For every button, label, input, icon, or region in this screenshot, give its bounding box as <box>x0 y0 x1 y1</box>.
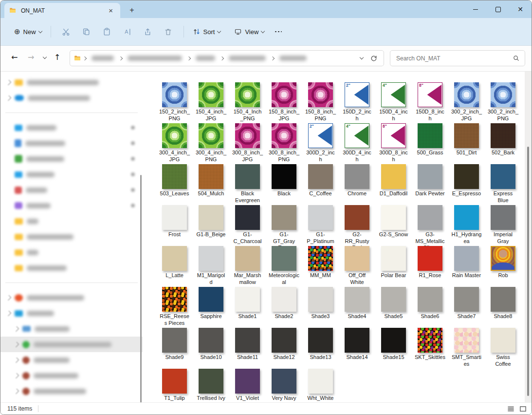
file-item[interactable]: T1_Tulip <box>156 369 193 403</box>
sidebar-item[interactable] <box>0 368 143 383</box>
sidebar-item[interactable] <box>0 321 143 337</box>
chevron-expand-icon[interactable] <box>14 357 19 362</box>
file-item[interactable]: 2"300D_2_inch <box>302 123 339 164</box>
sidebar-item[interactable] <box>0 352 143 368</box>
file-item[interactable]: 500_Grass <box>412 123 448 164</box>
breadcrumb-segment-redacted[interactable] <box>196 56 215 61</box>
sidebar-item[interactable] <box>0 305 143 321</box>
address-bar[interactable] <box>70 50 384 66</box>
file-item[interactable]: MM_MM <box>302 246 339 287</box>
file-item[interactable]: 2"150D_2_inch <box>339 82 375 123</box>
file-item[interactable]: 502_Bark <box>485 123 521 164</box>
chevron-expand-icon[interactable] <box>6 295 11 300</box>
file-item[interactable]: Imperial Gray <box>485 205 521 246</box>
minimize-button[interactable] <box>464 0 487 18</box>
file-item[interactable]: R1_Rose <box>412 246 448 287</box>
file-item[interactable]: 504_Mulch <box>193 164 229 205</box>
file-item[interactable]: Black Evergreen <box>229 164 266 205</box>
sidebar-item[interactable] <box>0 383 143 399</box>
file-item[interactable]: RSE_Reeses Pieces <box>156 287 193 328</box>
chevron-expand-icon[interactable] <box>14 341 19 347</box>
file-item[interactable]: Shade10 <box>193 328 229 369</box>
file-item[interactable]: Shade11 <box>229 328 266 369</box>
sidebar-item[interactable] <box>0 213 143 229</box>
recent-locations-chevron[interactable] <box>43 55 47 59</box>
file-item[interactable]: Black <box>266 164 302 205</box>
file-item[interactable]: 300_4_inch_PNG <box>193 123 229 164</box>
file-item[interactable]: 8"300D_8_inch <box>375 123 412 164</box>
sidebar-item[interactable] <box>0 167 143 182</box>
file-item[interactable]: 300_2_inch_JPG <box>448 82 485 123</box>
file-item[interactable]: Express Blue <box>485 164 521 205</box>
chevron-expand-icon[interactable] <box>14 388 19 394</box>
file-item[interactable]: Shade14 <box>339 328 375 369</box>
file-item[interactable]: 150_2_inch_PNG <box>156 82 193 123</box>
file-item[interactable]: 150_4_Inch_PNG <box>229 82 266 123</box>
file-item[interactable]: 501_Dirt <box>448 123 485 164</box>
chevron-expand-icon[interactable] <box>14 373 19 378</box>
sidebar-item[interactable] <box>0 260 143 276</box>
paste-button[interactable] <box>97 23 117 40</box>
breadcrumb-segment-redacted[interactable] <box>128 56 182 61</box>
file-item[interactable]: Chrome <box>339 164 375 205</box>
file-item[interactable]: 150_8_inch_PNG <box>302 82 339 123</box>
search-icon[interactable] <box>513 55 520 62</box>
file-item[interactable]: Rob <box>485 246 521 287</box>
sidebar-item[interactable] <box>0 290 143 305</box>
sidebar-item[interactable] <box>0 135 143 151</box>
list-view-icon[interactable] <box>507 405 514 413</box>
file-item[interactable]: Wht_White <box>302 369 339 403</box>
file-item[interactable]: V1_Violet <box>229 369 266 403</box>
sidebar-item[interactable] <box>0 198 143 213</box>
file-item[interactable]: Shade13 <box>302 328 339 369</box>
sidebar-scrollbar[interactable] <box>140 175 142 403</box>
file-item[interactable]: Shade3 <box>302 287 339 328</box>
file-item[interactable]: 150_8_inch_JPG <box>266 82 302 123</box>
file-item[interactable]: G1-B_Beige <box>193 205 229 246</box>
content-scrollbar-thumb[interactable] <box>527 147 529 396</box>
thumbnail-view-icon[interactable] <box>519 405 527 413</box>
file-item[interactable]: G2-RR_Rusty Red <box>339 205 375 246</box>
file-item[interactable]: Frost <box>156 205 193 246</box>
search-input[interactable] <box>395 55 513 62</box>
breadcrumb-segment-redacted[interactable] <box>229 56 266 61</box>
cut-button[interactable] <box>56 23 76 40</box>
file-item[interactable]: H1_Hydrangea <box>448 205 485 246</box>
see-more-button[interactable] <box>275 31 282 33</box>
file-item[interactable]: 300_8_inch_PNG <box>266 123 302 164</box>
rename-button[interactable]: A <box>117 23 138 40</box>
file-item[interactable]: Shade7 <box>448 287 485 328</box>
chevron-expand-icon[interactable] <box>6 95 11 100</box>
file-item[interactable]: Shade15 <box>375 328 412 369</box>
forward-button[interactable]: → <box>28 53 34 62</box>
file-item[interactable]: Polar Bear <box>375 246 412 287</box>
file-item[interactable]: 150_4_inch_JPG <box>193 82 229 123</box>
breadcrumb-segment-redacted[interactable] <box>279 56 307 61</box>
file-item[interactable]: G1-GT_Gray Tone <box>266 205 302 246</box>
sidebar-item[interactable] <box>0 182 143 198</box>
chevron-expand-icon[interactable] <box>6 79 11 85</box>
share-button[interactable] <box>138 23 158 40</box>
file-item[interactable]: Mar_Marshmallow <box>229 246 266 287</box>
file-item[interactable]: G2-S_Snow <box>375 205 412 246</box>
sidebar-item[interactable] <box>0 120 143 135</box>
chevron-expand-icon[interactable] <box>6 310 11 316</box>
sidebar-item[interactable] <box>0 229 143 245</box>
file-item[interactable]: Shade5 <box>375 287 412 328</box>
file-item[interactable]: Meteorological <box>266 246 302 287</box>
address-dropdown-chevron[interactable] <box>360 56 364 59</box>
chevron-expand-icon[interactable] <box>14 326 19 331</box>
file-item[interactable]: SMT_Smarties <box>448 328 485 369</box>
tab-on-mat[interactable]: ON_MAT × <box>4 3 120 18</box>
file-item[interactable]: G1-P_Platinum <box>302 205 339 246</box>
sidebar-item[interactable] <box>0 245 143 260</box>
file-item[interactable]: 503_Leaves <box>156 164 193 205</box>
delete-button[interactable] <box>158 23 179 40</box>
file-item[interactable]: D1_Daffodil <box>375 164 412 205</box>
file-item[interactable]: Shade8 <box>485 287 521 328</box>
file-item[interactable]: 300_8_inch_JPG <box>229 123 266 164</box>
maximize-button[interactable] <box>487 0 509 18</box>
sidebar-item[interactable] <box>0 337 143 352</box>
sidebar-item[interactable] <box>0 75 143 90</box>
file-item[interactable]: Very Navy <box>266 369 302 403</box>
